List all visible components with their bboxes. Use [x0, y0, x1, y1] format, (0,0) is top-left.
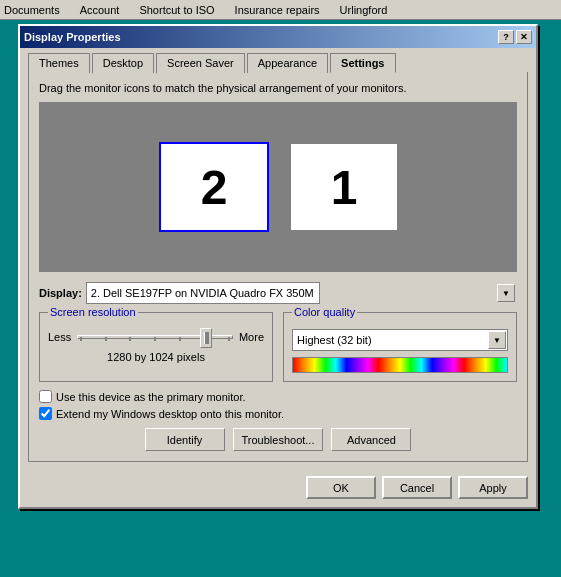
resolution-value: 1280 by 1024 pixels: [48, 351, 264, 363]
slider-track: [77, 335, 233, 339]
color-quality-bar: [292, 357, 508, 373]
primary-monitor-label: Use this device as the primary monitor.: [56, 391, 246, 403]
tab-desktop[interactable]: Desktop: [92, 53, 154, 73]
resolution-slider[interactable]: [77, 327, 233, 347]
resolution-group-title: Screen resolution: [48, 306, 138, 318]
instruction-text: Drag the monitor icons to match the phys…: [39, 82, 517, 94]
title-bar-buttons: ? ✕: [498, 30, 532, 44]
primary-monitor-checkbox[interactable]: [39, 390, 52, 403]
slider-thumb[interactable]: [200, 328, 212, 348]
color-quality-select[interactable]: Highest (32 bit): [292, 329, 508, 351]
color-group-title: Color quality: [292, 306, 357, 318]
primary-monitor-row: Use this device as the primary monitor.: [39, 390, 517, 403]
apply-button[interactable]: Apply: [458, 476, 528, 499]
title-bar: Display Properties ? ✕: [20, 26, 536, 48]
taskbar-top: Documents Account Shortcut to ISO Insura…: [0, 0, 561, 20]
ok-button[interactable]: OK: [306, 476, 376, 499]
taskbar-urlingford[interactable]: Urlingford: [340, 4, 388, 16]
taskbar-shortcut[interactable]: Shortcut to ISO: [139, 4, 214, 16]
help-button[interactable]: ?: [498, 30, 514, 44]
display-properties-window: Display Properties ? ✕ Themes Desktop Sc…: [18, 24, 538, 509]
identify-button[interactable]: Identify: [145, 428, 225, 451]
monitor-2-icon[interactable]: 2: [159, 142, 269, 232]
close-button[interactable]: ✕: [516, 30, 532, 44]
troubleshoot-button[interactable]: Troubleshoot...: [233, 428, 324, 451]
color-select-wrapper: Highest (32 bit) ▼: [292, 329, 508, 351]
cancel-button[interactable]: Cancel: [382, 476, 452, 499]
settings-content: Drag the monitor icons to match the phys…: [28, 72, 528, 462]
monitor-1-icon[interactable]: 1: [289, 142, 399, 232]
resolution-group: Screen resolution Less: [39, 312, 273, 382]
extend-desktop-checkbox[interactable]: [39, 407, 52, 420]
display-select[interactable]: 2. Dell SE197FP on NVIDIA Quadro FX 350M: [86, 282, 320, 304]
dialog-buttons: OK Cancel Apply: [20, 470, 536, 507]
action-buttons: Identify Troubleshoot... Advanced: [39, 428, 517, 451]
window-title: Display Properties: [24, 31, 121, 43]
tab-settings[interactable]: Settings: [330, 53, 395, 73]
taskbar-account[interactable]: Account: [80, 4, 120, 16]
tab-bar: Themes Desktop Screen Saver Appearance S…: [20, 48, 536, 72]
checkboxes-area: Use this device as the primary monitor. …: [39, 390, 517, 420]
color-quality-group: Color quality Highest (32 bit) ▼: [283, 312, 517, 382]
display-select-arrow: ▼: [497, 284, 515, 302]
extend-desktop-label: Extend my Windows desktop onto this moni…: [56, 408, 284, 420]
tab-themes[interactable]: Themes: [28, 53, 90, 73]
display-row: Display: 2. Dell SE197FP on NVIDIA Quadr…: [39, 282, 517, 304]
extend-desktop-row: Extend my Windows desktop onto this moni…: [39, 407, 517, 420]
tab-appearance[interactable]: Appearance: [247, 53, 328, 73]
options-row: Screen resolution Less: [39, 312, 517, 382]
display-label: Display:: [39, 287, 82, 299]
advanced-button[interactable]: Advanced: [331, 428, 411, 451]
monitor-preview-area: 2 1: [39, 102, 517, 272]
tab-screensaver[interactable]: Screen Saver: [156, 53, 245, 73]
display-select-wrapper: 2. Dell SE197FP on NVIDIA Quadro FX 350M…: [86, 282, 517, 304]
resolution-slider-row: Less: [48, 327, 264, 347]
more-label: More: [239, 331, 264, 343]
less-label: Less: [48, 331, 71, 343]
taskbar-documents[interactable]: Documents: [4, 4, 60, 16]
taskbar-insurance[interactable]: Insurance repairs: [235, 4, 320, 16]
